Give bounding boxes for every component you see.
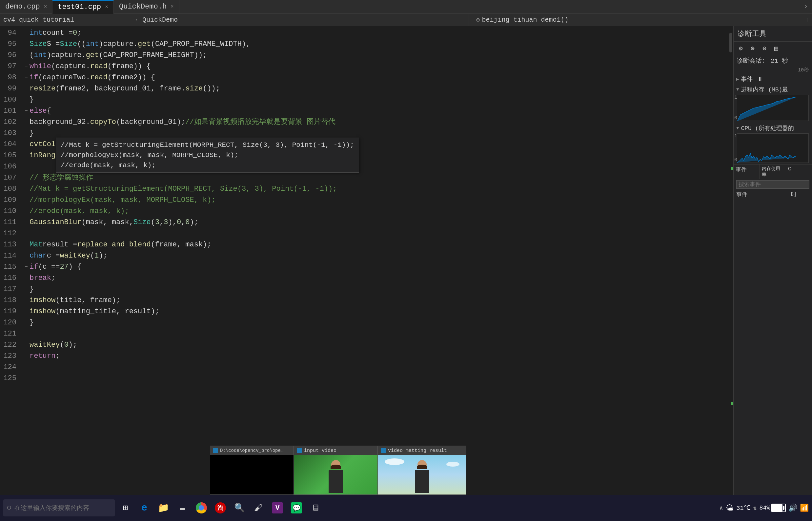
- diag-zoom-out-btn[interactable]: ⊖: [760, 44, 769, 53]
- video-title-input: input video: [294, 446, 378, 455]
- tab-scroll-right[interactable]: ›: [800, 3, 812, 11]
- taskbar-search-input[interactable]: [15, 504, 111, 512]
- taskbar-search-container[interactable]: ○: [3, 499, 115, 516]
- fold-indicator-115[interactable]: −: [23, 262, 29, 273]
- taskbar-file-explorer[interactable]: 📁: [155, 499, 172, 516]
- video-content-input: [294, 455, 378, 495]
- diag-chart-btn[interactable]: ▤: [772, 44, 781, 53]
- autocomplete-item[interactable]: //erode(mask, mask, k);: [56, 160, 359, 171]
- cpu-chart-svg: [737, 134, 808, 162]
- line-number-111: 111: [0, 217, 16, 228]
- breadcrumb-right[interactable]: ⊙ beijing_tihuan_demo1(): [473, 14, 803, 26]
- tray-volume[interactable]: 🔊: [788, 504, 797, 513]
- code-line-123: return ;: [23, 350, 728, 362]
- diag-tab-c[interactable]: C: [786, 164, 812, 179]
- memory-chart-svg: [737, 95, 808, 120]
- battery-tip: [783, 506, 785, 510]
- breadcrumb-left[interactable]: cv4_quick_tutorial: [0, 14, 131, 26]
- taskbar-magnify-icon[interactable]: 🔍: [231, 499, 248, 516]
- cpu-chart: [737, 133, 809, 163]
- video-title-result: video matting result: [378, 446, 466, 455]
- battery-fill: [772, 504, 783, 512]
- tab-test01-cpp[interactable]: test01.cpp ×: [52, 0, 114, 14]
- fold-indicator-98[interactable]: −: [23, 72, 29, 83]
- breadcrumb-middle-text: QuickDemo: [142, 16, 178, 24]
- editor-scrollbar[interactable]: [728, 26, 733, 496]
- code-line-108: //Mat k = getStructuringElement(MORPH_RE…: [23, 183, 728, 195]
- autocomplete-item[interactable]: //morphologyEx(mask, mask, MORPH_CLOSE, …: [56, 150, 359, 160]
- line-number-110: 110: [0, 206, 16, 217]
- code-content[interactable]: int count = 0; Size S = Size((int)captur…: [20, 26, 728, 496]
- battery-percent: 84%: [760, 505, 770, 511]
- video-bg-black: [210, 455, 294, 495]
- pause-icon[interactable]: ⏸: [757, 76, 763, 83]
- line-number-104: 104: [0, 139, 16, 150]
- video-window-input[interactable]: input video: [294, 446, 378, 495]
- line-number-108: 108: [0, 183, 16, 195]
- taskbar-media-icon[interactable]: ▬: [174, 499, 191, 516]
- code-line-113: Mat result = replace_and_blend(frame, ma…: [23, 239, 728, 250]
- diag-tab-memory[interactable]: 内存使用率: [760, 164, 786, 179]
- line-number-109: 109: [0, 195, 16, 206]
- code-line-115: − if (c == 27) {: [23, 262, 728, 273]
- scrollbar-thumb[interactable]: [729, 33, 732, 52]
- taskbar-red-app[interactable]: 淘: [212, 499, 229, 516]
- diagnostics-session: 诊断会话: 21 秒: [734, 55, 812, 66]
- code-line-117: }: [23, 284, 728, 295]
- line-number-114: 114: [0, 250, 16, 262]
- taskbar-task-view[interactable]: ⊞: [117, 499, 134, 516]
- code-line-121: [23, 328, 728, 339]
- tray-up-down: ⇅: [753, 504, 757, 512]
- tab-demo-cpp[interactable]: demo.cpp ×: [0, 0, 52, 14]
- cpu-chart-container: 100 0: [734, 133, 812, 163]
- taskbar-paint-icon[interactable]: 🖌: [250, 499, 267, 516]
- battery-container: 84%: [760, 504, 786, 512]
- diag-event-header: 事件 时: [734, 190, 812, 199]
- toolbar-scroll-up[interactable]: ↑: [802, 14, 812, 26]
- taskbar-vs-icon[interactable]: V: [269, 499, 286, 516]
- tray-weather-icon[interactable]: 🌤: [726, 503, 734, 513]
- tab-quickdemo-h[interactable]: QuickDemo.h ×: [114, 0, 179, 14]
- fold-indicator-101[interactable]: −: [23, 106, 29, 117]
- tray-icon-1[interactable]: ∧: [719, 504, 723, 512]
- diag-settings-btn[interactable]: ⚙: [736, 44, 745, 53]
- video-label-result: video matting result: [388, 448, 447, 453]
- change-indicator-1: [731, 167, 733, 170]
- fold-indicator-97[interactable]: −: [23, 61, 29, 72]
- video-window-demo[interactable]: D:\code\opencv_pro\opecv4....: [210, 446, 294, 495]
- tab-quickdemo-h-close[interactable]: ×: [171, 4, 174, 10]
- line-number-122: 122: [0, 339, 16, 350]
- diag-tab-events[interactable]: 事件: [734, 164, 760, 179]
- autocomplete-item[interactable]: //Mat k = getStructuringElement(MORPH_RE…: [56, 140, 359, 150]
- person-silhouette-result: [411, 460, 433, 495]
- taskbar-edge-icon[interactable]: e: [136, 499, 153, 516]
- tab-demo-cpp-close[interactable]: ×: [44, 4, 47, 10]
- code-editor[interactable]: 9495969798991001011021031041051061071081…: [0, 26, 733, 496]
- line-number-97: 97: [0, 61, 16, 72]
- taskbar-monitor-icon[interactable]: 🖥: [307, 499, 324, 516]
- video-icon-demo: [213, 448, 218, 453]
- breadcrumb-middle[interactable]: QuickDemo: [139, 14, 469, 26]
- line-number-123: 123: [0, 350, 16, 362]
- taskbar-wechat-icon[interactable]: 💬: [288, 499, 305, 516]
- code-line-122: waitKey(0);: [23, 339, 728, 350]
- code-line-100: }: [23, 94, 728, 106]
- line-number-112: 112: [0, 228, 16, 239]
- diag-zoom-in-btn[interactable]: ⊕: [748, 44, 757, 53]
- taskbar-chrome-icon[interactable]: [193, 499, 210, 516]
- video-content-demo: [210, 455, 294, 495]
- autocomplete-popup[interactable]: //Mat k = getStructuringElement(MORPH_RE…: [56, 138, 359, 173]
- search-circle-icon: ○: [6, 503, 12, 513]
- battery-icon: [771, 504, 786, 512]
- code-line-96: (int)capture.get(CAP_PROP_FRAME_HEIGHT))…: [23, 50, 728, 61]
- line-number-107: 107: [0, 172, 16, 183]
- video-window-result[interactable]: video matting result: [378, 446, 466, 495]
- tab-test01-cpp-close[interactable]: ×: [105, 4, 108, 10]
- tray-network[interactable]: 📶: [800, 504, 809, 513]
- cloud-2: [446, 462, 460, 467]
- code-line-124: [23, 362, 728, 373]
- cloud-1: [385, 458, 404, 465]
- video-label-demo: D:\code\opencv_pro\opecv4....: [220, 448, 286, 453]
- line-number-119: 119: [0, 306, 16, 317]
- diag-search-input[interactable]: [736, 180, 809, 189]
